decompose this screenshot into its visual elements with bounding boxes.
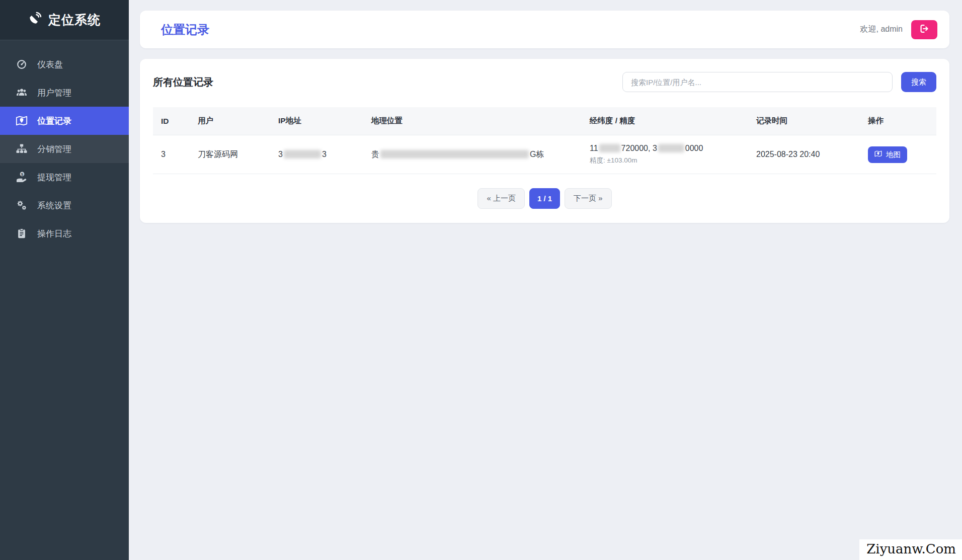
cell-ip: 33: [270, 135, 363, 174]
users-icon: [15, 87, 28, 99]
cell-time: 2025-08-23 20:40: [748, 135, 860, 174]
sidebar-item-logs[interactable]: 操作日志: [0, 219, 129, 248]
records-panel: 所有位置记录 搜索 ID 用户 IP地址 地理位置 经纬度 / 精度 记录时间: [140, 59, 949, 223]
redacted-coord-1: [599, 144, 620, 152]
col-location: 地理位置: [363, 107, 582, 135]
sidebar-item-dashboard[interactable]: 仪表盘: [0, 50, 129, 78]
gears-icon: [15, 199, 28, 211]
cell-actions: 地图: [860, 135, 936, 174]
redacted-coord-2: [658, 144, 684, 152]
sidebar: 定位系统 仪表盘: [0, 0, 129, 560]
col-user: 用户: [190, 107, 270, 135]
cell-coords: 11720000, 30000 精度: ±103.00m: [582, 135, 748, 174]
search-button[interactable]: 搜索: [901, 72, 936, 92]
sidebar-item-label: 用户管理: [37, 87, 71, 99]
hand-dollar-icon: $: [15, 171, 28, 183]
page-header: 位置记录 欢迎, admin: [140, 11, 949, 48]
map-button[interactable]: 地图: [868, 146, 907, 163]
gauge-icon: [15, 59, 28, 70]
cell-user: 刀客源码网: [190, 135, 270, 174]
app-logo: 定位系统: [0, 0, 129, 40]
accuracy-text: 精度: ±103.00m: [590, 156, 740, 165]
col-ip: IP地址: [270, 107, 363, 135]
sidebar-item-withdrawal[interactable]: $ 提现管理: [0, 163, 129, 191]
map-icon: [874, 150, 882, 159]
col-id: ID: [153, 107, 190, 135]
panel-title: 所有位置记录: [153, 75, 213, 89]
coords-line: 11720000, 30000: [590, 144, 740, 153]
search-input[interactable]: [622, 72, 893, 92]
page-title: 位置记录: [161, 22, 860, 38]
prev-page-button[interactable]: « 上一页: [477, 188, 525, 209]
col-actions: 操作: [860, 107, 936, 135]
current-page-indicator: 1 / 1: [529, 188, 560, 209]
welcome-text: 欢迎, admin: [860, 24, 903, 35]
watermark: Ziyuanw.Com: [859, 539, 962, 560]
next-page-button[interactable]: 下一页 »: [565, 188, 612, 209]
redacted-location: [380, 150, 529, 158]
sidebar-nav: 仪表盘 用户管理 位置记录: [0, 40, 129, 248]
sidebar-item-label: 操作日志: [37, 228, 71, 239]
cell-location: 贵G栋: [363, 135, 582, 174]
cell-id: 3: [153, 135, 190, 174]
search-area: 搜索: [622, 72, 936, 92]
sidebar-item-settings[interactable]: 系统设置: [0, 191, 129, 219]
panel-head: 所有位置记录 搜索: [153, 72, 936, 92]
col-time: 记录时间: [748, 107, 860, 135]
map-button-label: 地图: [886, 150, 901, 159]
satellite-dish-icon: [28, 12, 42, 28]
sidebar-item-label: 仪表盘: [37, 59, 63, 70]
records-table: ID 用户 IP地址 地理位置 经纬度 / 精度 记录时间 操作 3 刀客源码网…: [153, 107, 936, 174]
app-title: 定位系统: [48, 12, 101, 28]
col-coords: 经纬度 / 精度: [582, 107, 748, 135]
table-header-row: ID 用户 IP地址 地理位置 经纬度 / 精度 记录时间 操作: [153, 107, 936, 135]
main-content: 位置记录 欢迎, admin 所有位置记录 搜索: [129, 11, 962, 560]
sidebar-item-label: 系统设置: [37, 200, 71, 211]
redacted-ip: [284, 150, 321, 158]
sign-out-icon: [919, 23, 930, 36]
sidebar-item-distribution[interactable]: 分销管理: [0, 135, 129, 163]
sidebar-item-label: 分销管理: [37, 143, 71, 155]
map-location-icon: [15, 115, 28, 127]
logout-button[interactable]: [911, 20, 937, 39]
sidebar-item-label: 位置记录: [37, 115, 71, 127]
table-row: 3 刀客源码网 33 贵G栋 11720000, 30000 精度: ±103.…: [153, 135, 936, 174]
sidebar-item-label: 提现管理: [37, 172, 71, 183]
svg-text:$: $: [21, 172, 24, 177]
pagination: « 上一页 1 / 1 下一页 »: [153, 188, 936, 209]
sitemap-icon: [15, 143, 28, 155]
clipboard-icon: [15, 228, 28, 239]
sidebar-item-users[interactable]: 用户管理: [0, 78, 129, 107]
sidebar-item-location-records[interactable]: 位置记录: [0, 107, 129, 135]
